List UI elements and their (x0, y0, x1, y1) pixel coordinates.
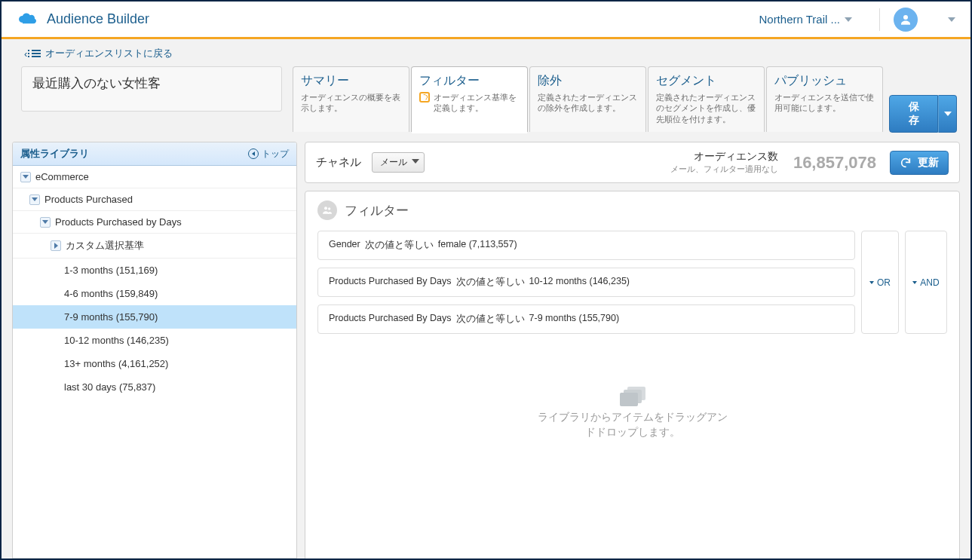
filter-field: Gender (329, 239, 360, 252)
tab-segment[interactable]: セグメント 定義されたオーディエンスのセグメントを作成し、優先順位を付けます。 (648, 66, 765, 132)
tree-leaves: 1-3 months (151,169)4-6 months (159,849)… (13, 259, 296, 399)
stack-icon (620, 387, 645, 406)
filter-operator: 次の値と等しい (365, 239, 434, 252)
tab-desc: オーディエンスを送信で使用可能にします。 (774, 92, 875, 114)
app-title: Audience Builder (47, 11, 759, 27)
tab-title: フィルター (419, 73, 520, 89)
refresh-icon (419, 92, 430, 103)
tab-title: パブリッシュ (774, 73, 875, 89)
filter-value: 7-9 months (155,790) (529, 313, 620, 326)
filter-panel: フィルター Gender 次の値と等しい female (7,113,557)P… (305, 191, 960, 560)
audience-count-value: 16,857,078 (793, 153, 876, 173)
app-area: ‹ オーディエンスリストに戻る 最近購入のない女性客 サマリー オーディエンスの… (2, 39, 970, 560)
tree-node-ecommerce[interactable]: eCommerce (13, 166, 296, 188)
refresh-button[interactable]: 更新 (890, 151, 949, 175)
save-button-dropdown[interactable] (938, 95, 957, 133)
chevron-down-icon[interactable] (948, 17, 955, 22)
tabs: サマリー オーディエンスの概要を表示します。 フィルター オーディエンス基準を定… (293, 66, 885, 132)
tab-filter[interactable]: フィルター オーディエンス基準を定義します。 (411, 66, 528, 132)
divider (879, 8, 880, 31)
drop-hint: ライブラリからアイテムをドラッグアン (538, 411, 728, 424)
filter-card[interactable]: Products Purchased By Days 次の値と等しい 7-9 m… (317, 304, 855, 334)
audience-count-sub: メール、フィルター適用なし (670, 164, 778, 175)
people-icon (317, 200, 337, 220)
org-selector[interactable]: Northern Trail ... (759, 13, 852, 26)
org-name: Northern Trail ... (759, 13, 840, 26)
drop-zone[interactable]: ライブラリからアイテムをドラッグアン ドドロップします。 (317, 387, 947, 439)
tree-leaf[interactable]: last 30 days (75,837) (13, 375, 296, 399)
sidebar-header: 属性ライブラリ トップ (13, 142, 296, 166)
svg-point-1 (324, 207, 327, 210)
filter-field: Products Purchased By Days (329, 313, 452, 326)
tab-summary[interactable]: サマリー オーディエンスの概要を表示します。 (293, 66, 409, 132)
tab-title: 除外 (538, 73, 638, 89)
tab-title: セグメント (656, 73, 756, 89)
sidebar-top-link[interactable]: トップ (248, 148, 289, 161)
breadcrumb: ‹ オーディエンスリストに戻る (2, 39, 970, 66)
list-icon (32, 48, 41, 59)
tab-publish[interactable]: パブリッシュ オーディエンスを送信で使用可能にします。 (766, 66, 883, 132)
logic-or[interactable]: OR (861, 231, 899, 334)
audience-count-title: オーディエンス数 (670, 150, 778, 164)
main-columns: 属性ライブラリ トップ eCommerce Products Purchased (2, 142, 970, 560)
tab-desc: オーディエンス基準を定義します。 (419, 92, 520, 114)
tab-title: サマリー (301, 73, 401, 89)
filter-value: female (7,113,557) (438, 239, 517, 252)
expand-icon (20, 172, 31, 182)
tab-exclude[interactable]: 除外 定義されたオーディエンスの除外を作成します。 (529, 66, 646, 132)
back-label: オーディエンスリストに戻る (45, 47, 173, 60)
tree-leaf[interactable]: 13+ months (4,161,252) (13, 352, 296, 375)
tab-desc: 定義されたオーディエンスの除外を作成します。 (538, 92, 638, 114)
svg-point-2 (328, 207, 330, 210)
arrow-left-icon (248, 148, 259, 159)
filter-cards-column: Gender 次の値と等しい female (7,113,557)Product… (317, 231, 855, 334)
channel-select[interactable]: メール (372, 152, 425, 173)
attribute-library-sidebar: 属性ライブラリ トップ eCommerce Products Purchased (12, 142, 297, 560)
filter-card[interactable]: Gender 次の値と等しい female (7,113,557) (317, 231, 855, 260)
chevron-down-icon (912, 281, 917, 284)
expand-icon (40, 217, 51, 228)
back-link[interactable]: ‹ オーディエンスリストに戻る (24, 47, 173, 60)
refresh-icon (900, 157, 912, 169)
channel-bar: チャネル メール オーディエンス数 メール、フィルター適用なし 16,857,0… (305, 142, 960, 183)
tree-leaf[interactable]: 4-6 months (159,849) (13, 282, 296, 305)
logic-and[interactable]: AND (905, 231, 947, 334)
tree-node-products-purchased-by-days[interactable]: Products Purchased by Days (13, 211, 296, 234)
user-avatar[interactable] (894, 8, 918, 32)
filter-body: Gender 次の値と等しい female (7,113,557)Product… (317, 231, 947, 334)
expand-icon (51, 240, 61, 251)
chevron-down-icon (412, 159, 419, 164)
filter-card[interactable]: Products Purchased By Days 次の値と等しい 10-12… (317, 268, 855, 297)
save-button-group: 保存 (889, 95, 957, 133)
expand-icon (29, 194, 40, 205)
salesforce-cloud-icon (17, 12, 38, 27)
filter-field: Products Purchased By Days (329, 276, 452, 289)
filter-value: 10-12 months (146,235) (529, 276, 630, 289)
subheader: 最近購入のない女性客 サマリー オーディエンスの概要を表示します。 フィルター … (2, 66, 970, 142)
save-button[interactable]: 保存 (889, 95, 938, 133)
tree-leaf[interactable]: 10-12 months (146,235) (13, 329, 296, 352)
tree-node-products-purchased[interactable]: Products Purchased (13, 188, 296, 211)
filter-panel-title: フィルター (345, 202, 409, 219)
filter-operator: 次の値と等しい (456, 276, 525, 289)
tree-leaf[interactable]: 7-9 months (155,790) (13, 305, 296, 329)
drop-hint: ドドロップします。 (585, 426, 680, 439)
top-bar: Audience Builder Northern Trail ... (2, 2, 970, 39)
tab-desc: 定義されたオーディエンスのセグメントを作成し、優先順位を付けます。 (656, 92, 756, 124)
content-column: チャネル メール オーディエンス数 メール、フィルター適用なし 16,857,0… (305, 142, 960, 560)
chevron-down-icon (845, 17, 852, 22)
filter-panel-header: フィルター (317, 200, 947, 220)
filter-operator: 次の値と等しい (456, 313, 525, 326)
audience-name[interactable]: 最近購入のない女性客 (21, 66, 282, 112)
tree-node-custom-criteria[interactable]: カスタム選択基準 (13, 234, 296, 259)
sidebar-title: 属性ライブラリ (20, 147, 89, 161)
tree-leaf[interactable]: 1-3 months (151,169) (13, 259, 296, 282)
attribute-tree: eCommerce Products Purchased Products Pu… (13, 166, 296, 558)
chevron-down-icon (944, 112, 952, 116)
channel-label: チャネル (316, 155, 361, 170)
svg-point-0 (903, 15, 908, 20)
tab-desc: オーディエンスの概要を表示します。 (301, 92, 401, 114)
audience-count-box: オーディエンス数 メール、フィルター適用なし (670, 150, 778, 175)
chevron-left-icon: ‹ (24, 48, 27, 60)
chevron-down-icon (869, 281, 874, 284)
